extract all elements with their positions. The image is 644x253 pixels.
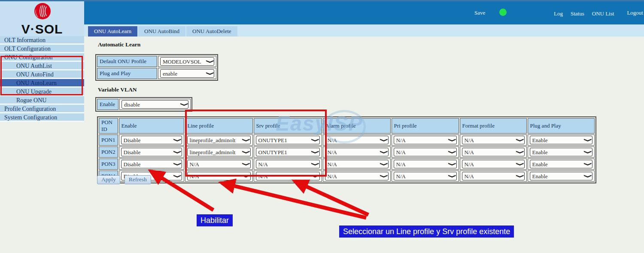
sidebar-item-onu-upgrade[interactable]: ONU Upgrade — [0, 88, 84, 96]
vlan-enable-label: Enable — [97, 99, 118, 110]
pon4-srv-profile-select[interactable]: N/A — [256, 172, 320, 180]
pon2-alarm-profile-select-wrap: N/A — [325, 148, 389, 156]
pon1-format-profile-select[interactable]: N/A — [462, 136, 525, 144]
pon1-alarm-profile-select[interactable]: N/A — [325, 136, 389, 144]
pon1-pri-profile-select-wrap: N/A — [394, 136, 457, 144]
pon-header-srv-profile: Srv profile — [254, 118, 322, 134]
vlan-enable-select[interactable]: disable — [122, 100, 188, 109]
default-onu-profile-select-wrap: MODELOVSOL — [160, 57, 214, 66]
sidebar-item-olt-information[interactable]: OLT Information — [0, 36, 84, 45]
sidebar-item-onu-authlist[interactable]: ONU AuthList — [0, 62, 84, 70]
pon-table: PON IDEnableLine profileSrv profileAlarm… — [97, 116, 596, 183]
sidebar-item-profile-configuration[interactable]: Profile Configuration — [0, 105, 84, 113]
pon3-format-profile-select[interactable]: N/A — [462, 160, 525, 168]
topbar-link-logout[interactable]: Logout — [627, 9, 643, 17]
pon1-line-profile-select[interactable]: lineprofile_adminolt — [187, 136, 251, 144]
pon2-format-profile-select-wrap: N/A — [462, 148, 525, 156]
pon-header-alarm-profile: Alarm profile — [323, 118, 391, 134]
variable-vlan-title: Variable VLAN — [98, 86, 137, 93]
refresh-button[interactable]: Refresh — [125, 175, 151, 184]
pon1-srv-profile-select[interactable]: ONUTYPE1 — [256, 136, 320, 144]
vlan-enable-select-wrap: disable — [122, 100, 188, 109]
pon-row-pon4: PON4DisableN/AN/AN/AN/AN/AEnable — [99, 171, 595, 182]
pon-header-enable: Enable — [119, 118, 184, 134]
pon2-plug-and-play-select-wrap: Enable — [530, 148, 592, 156]
pon2-srv-profile-select[interactable]: ONUTYPE1 — [256, 148, 320, 156]
pon4-format-profile-select[interactable]: N/A — [462, 172, 525, 180]
pon4-line-profile-select[interactable]: N/A — [187, 172, 251, 180]
sidebar-menu: OLT InformationOLT ConfigurationONU Conf… — [0, 36, 84, 122]
automatic-learn-form: Default ONU Profile MODELOVSOL Plug and … — [95, 54, 218, 81]
sidebar-item-rogue-onu[interactable]: Rogue ONU — [0, 96, 84, 105]
status-indicator-dot — [499, 9, 507, 16]
variable-vlan-form: Enable disable — [95, 97, 192, 112]
pon3-alarm-profile-select[interactable]: N/A — [325, 160, 389, 168]
annotation-label-seleccionar: Seleccionar un Line profile y Srv profil… — [339, 226, 514, 238]
pon-header-format-profile: Format profile — [460, 118, 527, 134]
default-onu-profile-label: Default ONU Profile — [97, 56, 157, 67]
annotation-label-habilitar: Habilitar — [197, 214, 233, 226]
pon-row-pon1: PON1Disablelineprofile_adminoltONUTYPE1N… — [99, 134, 595, 146]
pon4-plug-and-play-select[interactable]: Enable — [530, 172, 592, 180]
vsol-logo-icon — [33, 2, 52, 21]
pon-id-cell: PON1 — [99, 134, 118, 146]
sidebar-item-onu-autolearn[interactable]: ONU AutoLearn — [0, 79, 84, 88]
pon3-srv-profile-select[interactable]: N/A — [256, 160, 320, 168]
sidebar: V·SOL OLT InformationOLT ConfigurationON… — [0, 0, 84, 253]
apply-button[interactable]: Apply — [97, 175, 120, 184]
pon3-enable-select[interactable]: Disable — [121, 160, 182, 168]
pon1-plug-and-play-select[interactable]: Enable — [530, 136, 592, 144]
pon2-format-profile-select[interactable]: N/A — [462, 148, 525, 156]
pon-row-pon3: PON3DisableN/AN/AN/AN/AN/AEnable — [99, 159, 595, 170]
pon-table-header-row: PON IDEnableLine profileSrv profileAlarm… — [99, 118, 595, 134]
pon3-plug-and-play-select[interactable]: Enable — [530, 160, 592, 168]
pon2-pri-profile-select-wrap: N/A — [394, 148, 457, 156]
pon3-format-profile-select-wrap: N/A — [462, 160, 525, 168]
tab-onu-autobind[interactable]: ONU AutoBind — [138, 26, 185, 37]
vsol-logo: V·SOL — [0, 0, 84, 36]
pon2-alarm-profile-select[interactable]: N/A — [325, 148, 389, 156]
topbar-link-onu-list[interactable]: ONU List — [592, 10, 614, 17]
sidebar-item-system-configuration[interactable]: System Configuration — [0, 113, 84, 122]
default-onu-profile-select[interactable]: MODELOVSOL — [160, 57, 214, 66]
sidebar-item-olt-configuration[interactable]: OLT Configuration — [0, 45, 84, 53]
sidebar-item-onu-configuration[interactable]: ONU Configuration — [0, 53, 84, 62]
vsol-logo-text: V·SOL — [0, 23, 84, 36]
pon-header-pri-profile: Pri profile — [392, 118, 459, 134]
topbar: Save LogStatusONU ListLogout — [84, 0, 644, 24]
pon-table-body: PON1Disablelineprofile_adminoltONUTYPE1N… — [99, 134, 595, 182]
pon-header-pon-id: PON ID — [99, 118, 118, 134]
pon4-alarm-profile-select-wrap: N/A — [325, 172, 389, 180]
pon1-line-profile-select-wrap: lineprofile_adminolt — [187, 136, 251, 144]
pon4-alarm-profile-select[interactable]: N/A — [325, 172, 389, 180]
pon2-line-profile-select[interactable]: lineprofile_adminolt — [187, 148, 251, 156]
window-top-edge — [0, 0, 644, 1]
pon1-format-profile-select-wrap: N/A — [462, 136, 525, 144]
sidebar-item-onu-autofind[interactable]: ONU AutoFind — [0, 70, 84, 79]
pon2-enable-select[interactable]: Disable — [121, 148, 182, 156]
tab-onu-autodelete[interactable]: ONU AutoDelete — [186, 26, 237, 37]
pon1-enable-select-wrap: Disable — [121, 136, 182, 144]
plug-and-play-select[interactable]: enable — [160, 69, 214, 78]
pon2-pri-profile-select[interactable]: N/A — [394, 148, 457, 156]
pon3-line-profile-select[interactable]: N/A — [187, 160, 251, 168]
pon3-alarm-profile-select-wrap: N/A — [325, 160, 389, 168]
plug-and-play-label: Plug and Play — [97, 68, 157, 79]
save-button[interactable]: Save — [474, 9, 485, 16]
pon4-pri-profile-select[interactable]: N/A — [394, 172, 457, 180]
pon3-enable-select-wrap: Disable — [121, 160, 182, 168]
tabs: ONU AutoLearnONU AutoBindONU AutoDelete — [88, 26, 238, 37]
pon1-plug-and-play-select-wrap: Enable — [530, 136, 592, 144]
pon4-srv-profile-select-wrap: N/A — [256, 172, 320, 180]
action-buttons: Apply Refresh — [97, 175, 154, 184]
plug-and-play-select-wrap: enable — [160, 69, 214, 78]
tab-onu-autolearn[interactable]: ONU AutoLearn — [88, 26, 137, 37]
pon1-pri-profile-select[interactable]: N/A — [394, 136, 457, 144]
pon4-line-profile-select-wrap: N/A — [187, 172, 251, 180]
topbar-link-log[interactable]: Log — [554, 10, 563, 17]
topbar-link-status[interactable]: Status — [571, 10, 584, 17]
pon2-plug-and-play-select[interactable]: Enable — [530, 148, 592, 156]
pon-header-plug-and-play: Plug and Play — [528, 118, 595, 134]
pon1-enable-select[interactable]: Disable — [121, 136, 182, 144]
pon3-pri-profile-select[interactable]: N/A — [394, 160, 457, 168]
